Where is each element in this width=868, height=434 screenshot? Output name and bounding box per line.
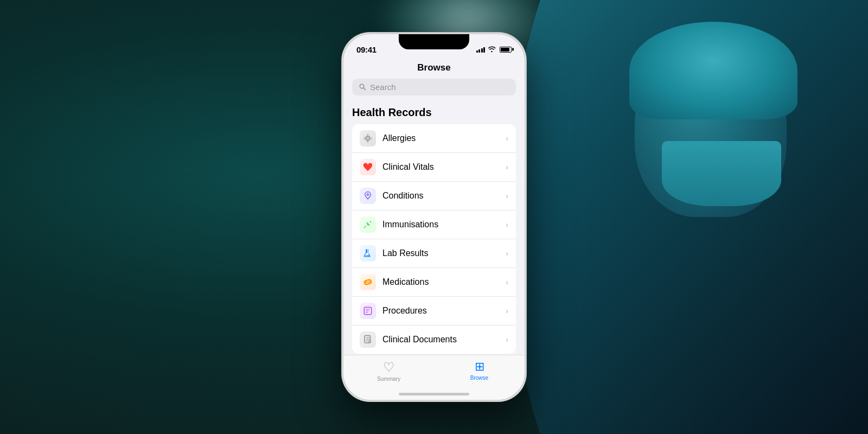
search-bar[interactable]: Search [352,79,516,95]
list-item-medications[interactable]: Medications › [352,268,516,297]
lab-label: Lab Results [382,248,506,258]
vitals-label: Clinical Vitals [382,162,506,172]
procedures-label: Procedures [382,306,506,316]
documents-icon [360,331,376,348]
lab-chevron: › [506,249,508,258]
svg-point-1 [367,138,369,139]
svg-rect-4 [366,250,367,254]
tab-browse[interactable]: ⊞ Browse [434,360,525,381]
conditions-icon [360,188,376,204]
status-time: 09:41 [356,45,376,54]
documents-chevron: › [506,335,508,344]
lab-icon [360,245,376,261]
status-icons [476,46,512,54]
allergies-icon [360,130,376,146]
wifi-icon [488,46,496,54]
procedures-icon [360,303,376,319]
vitals-chevron: › [506,163,508,171]
medications-icon [360,274,376,290]
list-item-allergies[interactable]: Allergies › [352,124,516,153]
documents-label: Clinical Documents [382,335,506,344]
list-item-procedures[interactable]: Procedures › [352,297,516,326]
svg-point-3 [367,224,369,226]
allergies-label: Allergies [382,133,506,143]
phone-screen: 09:41 [343,34,525,400]
immunisations-label: Immunisations [382,220,506,229]
browse-label: Browse [470,375,488,381]
phone-container: 09:41 [342,33,526,401]
summary-label: Summary [377,376,400,382]
nav-title: Browse [343,58,525,79]
list-item-clinical-vitals[interactable]: Clinical Vitals › [352,153,516,182]
medications-chevron: › [506,278,508,286]
procedures-chevron: › [506,307,508,315]
screen-content: Browse Search Health Records [343,58,525,354]
list-item-conditions[interactable]: Conditions › [352,182,516,210]
allergies-chevron: › [506,134,508,143]
section-header: Health Records [343,104,525,124]
svg-rect-5 [367,250,368,253]
list-item-lab-results[interactable]: Lab Results › [352,239,516,268]
signal-icon [476,46,486,53]
search-placeholder: Search [370,82,396,92]
search-icon [359,83,367,91]
list-item-clinical-documents[interactable]: Clinical Documents › [352,326,516,354]
doctor-mask [662,141,781,206]
phone-frame: 09:41 [342,33,526,401]
tab-summary[interactable]: ♡ Summary [343,360,434,382]
health-records-list: Allergies › Clinical Vitals › [352,124,516,354]
list-item-immunisations[interactable]: Immunisations › [352,210,516,239]
medications-label: Medications [382,277,506,287]
immunisations-icon [360,216,376,233]
home-indicator [399,393,469,395]
vitals-icon [360,159,376,175]
notch [399,34,469,49]
browse-icon: ⊞ [475,360,484,374]
conditions-chevron: › [506,192,508,200]
doctor-cap [629,22,797,119]
summary-icon: ♡ [383,360,395,375]
immunisations-chevron: › [506,220,508,229]
battery-icon [500,47,512,53]
conditions-label: Conditions [382,191,506,201]
